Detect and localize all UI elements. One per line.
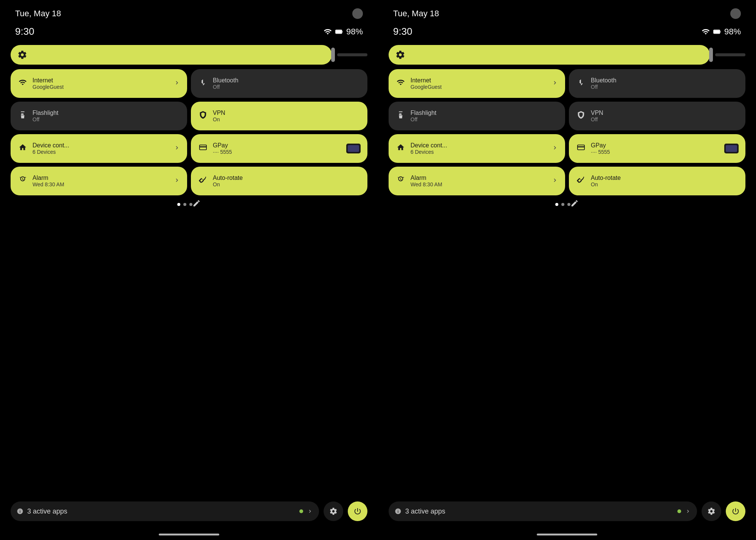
tile-device-label-left: Device cont...: [33, 142, 69, 149]
tile-gpay-left[interactable]: GPay ···· 5555: [191, 134, 367, 163]
chevron-device-right: [552, 144, 558, 153]
chevron-device-left: [174, 144, 180, 153]
tile-rotate-sub-right: On: [591, 181, 621, 188]
edit-icon-left[interactable]: [192, 199, 201, 210]
tile-rotate-left[interactable]: Auto-rotate On: [191, 167, 367, 195]
dots-row-right: [545, 195, 589, 210]
tile-vpn-label-right: VPN: [591, 109, 603, 116]
flashlight-icon-right: [395, 111, 406, 121]
brightness-tail-left: [337, 53, 367, 56]
gear-icon-right: [707, 507, 716, 515]
tile-gpay-label-right: GPay: [591, 142, 610, 149]
tile-alarm-label-left: Alarm: [33, 174, 64, 181]
tile-rotate-sub-left: On: [213, 181, 243, 188]
tile-alarm-left[interactable]: Alarm Wed 8:30 AM: [11, 167, 187, 195]
tile-flashlight-sub-left: Off: [33, 116, 58, 123]
brightness-thumb-right: [709, 48, 713, 62]
tile-gpay-sub-left: ···· 5555: [213, 149, 232, 155]
gear-btn-left[interactable]: [324, 501, 343, 521]
tile-flashlight-left[interactable]: Flashlight Off: [11, 102, 187, 130]
tile-internet-right[interactable]: Internet GoogleGuest: [389, 69, 565, 98]
right-panel: Tue, May 18 9:30 98%: [378, 0, 756, 540]
tile-device-left[interactable]: Device cont... 6 Devices: [11, 134, 187, 163]
tile-rotate-label-left: Auto-rotate: [213, 174, 243, 181]
tile-alarm-label-right: Alarm: [411, 174, 442, 181]
tile-bluetooth-label-left: Bluetooth: [213, 77, 239, 84]
active-chevron-left: [307, 508, 313, 514]
brightness-slider-right[interactable]: [389, 45, 710, 65]
chevron-alarm-right: [552, 177, 558, 185]
tile-device-label-right: Device cont...: [411, 142, 447, 149]
dots-row-left: [167, 195, 211, 210]
tile-bluetooth-sub-left: Off: [213, 84, 239, 90]
tile-alarm-sub-left: Wed 8:30 AM: [33, 181, 64, 188]
tile-vpn-sub-right: Off: [591, 116, 603, 123]
tile-vpn-label-left: VPN: [213, 109, 225, 116]
gear-btn-right[interactable]: [702, 501, 721, 521]
brightness-row-right[interactable]: [389, 45, 745, 65]
gpay-icon-right: [576, 143, 586, 154]
tile-vpn-right[interactable]: VPN Off: [569, 102, 745, 130]
tile-rotate-label-right: Auto-rotate: [591, 174, 621, 181]
bottom-bar-left: 3 active apps: [0, 501, 378, 521]
chevron-internet-left: [174, 79, 180, 88]
status-icons-left: 98%: [324, 27, 363, 37]
battery-pct-right: 98%: [724, 27, 741, 37]
info-icon-left: [17, 508, 23, 515]
home-icon-right: [395, 143, 406, 154]
power-icon-left: [353, 507, 362, 515]
left-panel: Tue, May 18 9:30 98%: [0, 0, 378, 540]
gpay-icon-left: [198, 143, 208, 154]
active-apps-pill-left[interactable]: 3 active apps: [11, 501, 319, 521]
flashlight-icon-left: [17, 111, 28, 121]
tile-gpay-sub-right: ···· 5555: [591, 149, 610, 155]
tile-flashlight-right[interactable]: Flashlight Off: [389, 102, 565, 130]
status-icons-right: 98%: [702, 27, 741, 37]
dot-2-left: [183, 203, 186, 206]
time-bar-right: 9:30 98%: [378, 19, 756, 37]
home-indicator-right: [537, 534, 597, 535]
bottom-bar-right: 3 active apps: [378, 501, 756, 521]
tile-alarm-right[interactable]: Alarm Wed 8:30 AM: [389, 167, 565, 195]
tile-rotate-right[interactable]: Auto-rotate On: [569, 167, 745, 195]
time-bar-left: 9:30 98%: [0, 19, 378, 37]
tile-internet-label-right: Internet: [411, 77, 442, 84]
alarm-icon-right: [395, 176, 406, 186]
tile-device-sub-right: 6 Devices: [411, 149, 447, 155]
active-dot-left: [299, 509, 303, 513]
tile-bluetooth-left[interactable]: Bluetooth Off: [191, 69, 367, 98]
tile-device-sub-left: 6 Devices: [33, 149, 69, 155]
home-icon-left: [17, 143, 28, 154]
camera-dot-left: [352, 8, 363, 19]
tile-device-right[interactable]: Device cont... 6 Devices: [389, 134, 565, 163]
camera-dot-right: [730, 8, 741, 19]
tile-vpn-left[interactable]: VPN On: [191, 102, 367, 130]
active-apps-pill-right[interactable]: 3 active apps: [389, 501, 697, 521]
brightness-slider-left[interactable]: [11, 45, 332, 65]
chevron-alarm-left: [174, 177, 180, 185]
edit-icon-right[interactable]: [570, 199, 579, 210]
tile-internet-sub-right: GoogleGuest: [411, 84, 442, 90]
time-left: 9:30: [15, 26, 34, 37]
battery-pct-left: 98%: [346, 27, 363, 37]
brightness-thumb-left: [331, 48, 335, 62]
active-apps-count-left: 3 active apps: [27, 508, 296, 515]
bluetooth-icon-left: [198, 78, 208, 89]
gpay-card-left: [346, 144, 361, 153]
tile-gpay-right[interactable]: GPay ···· 5555: [569, 134, 745, 163]
rotate-icon-left: [198, 176, 208, 186]
qs-grid-left: Internet GoogleGuest Bluetooth Off: [11, 69, 367, 195]
tile-bluetooth-sub-right: Off: [591, 84, 617, 90]
tile-flashlight-label-left: Flashlight: [33, 109, 58, 116]
power-btn-right[interactable]: [726, 501, 745, 521]
gear-icon-left: [329, 507, 338, 515]
power-btn-left[interactable]: [348, 501, 367, 521]
qs-grid-right: Internet GoogleGuest Bluetooth Off: [389, 69, 745, 195]
page-dots-right: [555, 203, 570, 206]
tile-internet-left[interactable]: Internet GoogleGuest: [11, 69, 187, 98]
tile-bluetooth-right[interactable]: Bluetooth Off: [569, 69, 745, 98]
tile-internet-label-left: Internet: [33, 77, 64, 84]
wifi-icon-right: [395, 78, 406, 89]
brightness-row-left[interactable]: [11, 45, 367, 65]
tile-flashlight-label-right: Flashlight: [411, 109, 436, 116]
